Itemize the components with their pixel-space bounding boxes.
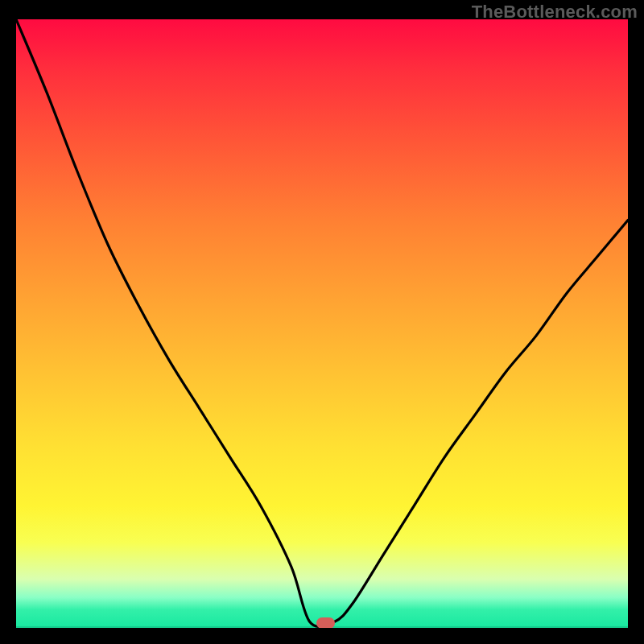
bottleneck-curve-path: [16, 19, 628, 626]
curve-svg: [16, 19, 628, 628]
chart-frame: TheBottleneck.com: [0, 0, 644, 644]
minimum-marker: [316, 617, 335, 628]
watermark-text: TheBottleneck.com: [472, 2, 638, 23]
plot-area: [16, 19, 628, 628]
